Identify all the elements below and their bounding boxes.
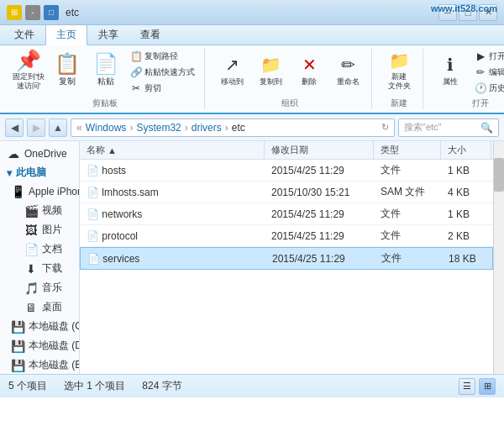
paste-shortcut-label: 粘贴快速方式 xyxy=(144,66,195,78)
sidebar-item-picture[interactable]: 🖼 图片 xyxy=(0,220,79,239)
file-icon: 📄 xyxy=(87,208,99,220)
forward-button[interactable]: ▶ xyxy=(27,118,45,137)
sidebar-item-video[interactable]: 🎬 视频 xyxy=(0,201,79,220)
open-button[interactable]: ▶ 打开 ▼ xyxy=(470,49,504,63)
up-button[interactable]: ▲ xyxy=(49,118,67,137)
col-header-name[interactable]: 名称 ▲ xyxy=(80,141,265,159)
copy-path-icon: 📋 xyxy=(130,50,142,62)
sidebar-item-local-c[interactable]: 💾 本地磁盘 (C:) xyxy=(0,317,79,336)
addr-sep-2: › xyxy=(129,122,133,134)
file-area: 名称 ▲ 修改日期 类型 大小 📄 hosts 2015/4/25 11:29 … xyxy=(80,141,493,374)
copy-to-button[interactable]: 📁 复制到 xyxy=(252,49,289,92)
sidebar-item-local-d[interactable]: 💾 本地磁盘 (D:) xyxy=(0,336,79,355)
edit-button[interactable]: ✏ 编辑 xyxy=(470,65,504,79)
file-type: 文件 xyxy=(374,161,441,179)
table-row[interactable]: 📄 networks 2015/4/25 11:29 文件 1 KB xyxy=(80,203,493,225)
properties-button[interactable]: ℹ 属性 xyxy=(432,49,469,92)
sidebar-item-onedrive[interactable]: ☁ OneDrive xyxy=(0,145,79,163)
table-row[interactable]: 📄 protocol 2015/4/25 11:29 文件 2 KB xyxy=(80,225,493,247)
sidebar-item-download[interactable]: ⬇ 下载 xyxy=(0,259,79,278)
search-icon: 🔍 xyxy=(480,122,493,134)
rename-label: 重命名 xyxy=(337,76,360,87)
table-row[interactable]: 📄 lmhosts.sam 2015/10/30 15:21 SAM 文件 4 … xyxy=(80,182,493,203)
download-label: 下载 xyxy=(42,261,62,276)
move-label: 移动到 xyxy=(221,76,244,87)
delete-label: 删除 xyxy=(302,76,317,87)
tab-share[interactable]: 共享 xyxy=(87,24,129,45)
file-rows-container: 📄 hosts 2015/4/25 11:29 文件 1 KB 📄 lmhost… xyxy=(80,160,493,270)
copy-to-icon: 📁 xyxy=(260,55,281,75)
sidebar-item-document[interactable]: 📄 文档 xyxy=(0,239,79,259)
edit-icon: ✏ xyxy=(475,66,486,78)
address-bar[interactable]: « Windows › System32 › drivers › etc ↻ xyxy=(71,118,395,137)
tab-home[interactable]: 主页 xyxy=(45,24,87,45)
view-detail-button[interactable]: ☰ xyxy=(459,378,475,395)
scroll-thumb[interactable] xyxy=(494,158,504,192)
window-title: etc xyxy=(66,7,438,18)
copy-button[interactable]: 📋 复制 xyxy=(49,49,86,92)
paste-icon: 📄 xyxy=(93,54,118,74)
properties-label: 属性 xyxy=(443,76,458,87)
table-row[interactable]: 📄 hosts 2015/4/25 11:29 文件 1 KB xyxy=(80,160,493,182)
main-area: ☁ OneDrive ▾ 此电脑 📱 Apple iPhone 🎬 视频 🖼 图… xyxy=(0,141,504,374)
onedrive-icon: ☁ xyxy=(7,147,20,161)
cut-icon: ✂ xyxy=(130,82,142,94)
open-label: 打开 xyxy=(432,96,504,109)
col-name-label: 名称 xyxy=(87,144,105,156)
status-item-count: 5 个项目 xyxy=(8,379,47,393)
delete-icon: ✕ xyxy=(302,55,317,75)
scrollbar[interactable] xyxy=(493,141,504,374)
rename-button[interactable]: ✏ 重命名 xyxy=(329,49,366,92)
file-size: 4 KB xyxy=(441,185,491,200)
open-buttons: ℹ 属性 ▶ 打开 ▼ ✏ 编辑 🕐 历史记录 xyxy=(432,49,504,96)
paste-button[interactable]: 📄 粘贴 xyxy=(87,49,124,92)
music-label: 音乐 xyxy=(42,281,62,295)
move-to-button[interactable]: ↗ 移动到 xyxy=(213,49,250,92)
file-icon: 📄 xyxy=(87,165,99,176)
pin-button[interactable]: 📌 固定到'快速访问' xyxy=(10,49,47,92)
col-header-date[interactable]: 修改日期 xyxy=(265,141,374,159)
history-button[interactable]: 🕐 历史记录 xyxy=(470,81,504,95)
copy-path-button[interactable]: 📋 复制路径 xyxy=(126,49,199,63)
sidebar-item-music[interactable]: 🎵 音乐 xyxy=(0,278,79,297)
file-date: 2015/4/25 11:29 xyxy=(265,251,375,266)
properties-icon: ℹ xyxy=(447,55,454,75)
file-date: 2015/4/25 11:29 xyxy=(265,207,374,222)
sidebar-item-local-e[interactable]: 💾 本地磁盘 (E:) xyxy=(0,355,79,374)
file-size: 1 KB xyxy=(441,207,491,222)
delete-button[interactable]: ✕ 删除 xyxy=(291,49,328,92)
addr-system32[interactable]: System32 xyxy=(136,122,181,134)
addr-drivers[interactable]: drivers xyxy=(192,122,222,134)
video-label: 视频 xyxy=(42,203,62,218)
title-bar: ⊞ - □ etc www.it528.com ─ □ ✕ xyxy=(0,0,504,25)
view-list-button[interactable]: ⊞ xyxy=(479,378,496,395)
file-size: 2 KB xyxy=(441,229,491,244)
new-folder-button[interactable]: 📁 新建文件夹 xyxy=(381,49,417,92)
copy-to-label: 复制到 xyxy=(260,76,282,87)
paste-label: 粘贴 xyxy=(97,76,114,87)
local-e-icon: 💾 xyxy=(11,359,24,372)
edit-label: 编辑 xyxy=(489,66,504,78)
sidebar-this-pc-header[interactable]: ▾ 此电脑 xyxy=(0,163,79,182)
status-bar: 5 个项目 选中 1 个项目 824 字节 ☰ ⊞ xyxy=(0,374,504,397)
tab-view[interactable]: 查看 xyxy=(129,24,171,45)
cut-button[interactable]: ✂ 剪切 xyxy=(126,81,199,95)
status-selected-size: 824 字节 xyxy=(142,379,181,393)
back-button[interactable]: ◀ xyxy=(5,118,24,137)
music-icon: 🎵 xyxy=(24,282,38,295)
file-date: 2015/4/25 11:29 xyxy=(265,163,374,178)
addr-windows[interactable]: Windows xyxy=(86,122,127,134)
sidebar-item-desktop[interactable]: 🖥 桌面 xyxy=(0,297,79,317)
col-header-type[interactable]: 类型 xyxy=(374,141,441,159)
ribbon-group-new: 📁 新建文件夹 新建 xyxy=(375,49,423,109)
file-type: SAM 文件 xyxy=(374,183,441,201)
sidebar-item-iphone[interactable]: 📱 Apple iPhone xyxy=(0,182,79,201)
tab-file[interactable]: 文件 xyxy=(3,24,45,45)
ribbon-group-open: ℹ 属性 ▶ 打开 ▼ ✏ 编辑 🕐 历史记录 打开 xyxy=(427,49,504,109)
col-header-size[interactable]: 大小 xyxy=(441,141,491,159)
clipboard-small-group: 📋 复制路径 🔗 粘贴快速方式 ✂ 剪切 xyxy=(126,49,199,95)
paste-shortcut-button[interactable]: 🔗 粘贴快速方式 xyxy=(126,65,199,79)
refresh-button[interactable]: ↻ xyxy=(381,122,389,133)
table-row[interactable]: 📄 services 2015/4/25 11:29 文件 18 KB xyxy=(80,247,493,270)
search-box[interactable]: 搜索"etc" 🔍 xyxy=(398,118,499,137)
